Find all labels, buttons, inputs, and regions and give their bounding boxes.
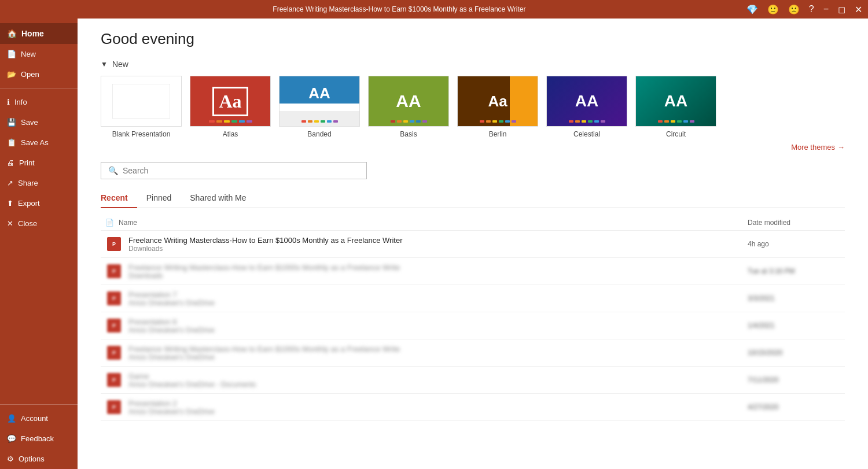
file-path: Amos Onwukwe's OneDrive (128, 299, 748, 307)
file-row[interactable]: PPresentation 2Amos Onwukwe's OneDrive4/… (101, 394, 845, 421)
template-atlas[interactable]: Aa Atlas (190, 76, 271, 138)
file-tabs: Recent Pinned Shared with Me (101, 189, 845, 208)
template-name-circuit: Circuit (666, 130, 686, 138)
file-date: 7/11/2020 (748, 376, 840, 384)
close-icon[interactable]: ✕ (855, 4, 862, 15)
template-banded[interactable]: AA Banded (279, 76, 360, 138)
file-header-icon: 📄 (105, 219, 114, 227)
sidebar-item-feedback[interactable]: 💬 Feedback (0, 429, 78, 449)
file-info: Presentation 7Amos Onwukwe's OneDrive (128, 290, 748, 307)
help-icon[interactable]: ? (809, 4, 814, 14)
file-name: Presentation 6 (128, 317, 748, 326)
col-date-label: Date modified (748, 219, 840, 227)
emoji-icon[interactable]: 💎 (746, 4, 758, 15)
file-icon: P (105, 398, 123, 416)
file-row[interactable]: PFreelance Writing Masterclass-How to Ea… (101, 258, 845, 285)
sidebar-item-info[interactable]: ℹ Info (0, 92, 78, 112)
file-icon: P (105, 263, 123, 280)
file-icon: P (105, 344, 123, 361)
template-berlin[interactable]: Aa Berlin (457, 76, 538, 138)
chevron-down-icon: ▼ (101, 60, 108, 68)
options-icon: ⚙ (7, 455, 14, 463)
file-date: 4/27/2020 (748, 403, 840, 411)
file-row[interactable]: PPresentation 6Amos Onwukwe's OneDrive1/… (101, 312, 845, 339)
sad-icon[interactable]: 🙁 (788, 4, 800, 15)
file-name: Freelance Writing Masterclass-How to Ear… (128, 263, 748, 272)
file-name: Presentation 2 (128, 399, 748, 408)
file-path: Amos Onwukwe's OneDrive (128, 408, 748, 416)
title-bar: Freelance Writing Masterclass-How to Ear… (0, 0, 868, 19)
file-path: Amos Onwukwe's OneDrive (128, 326, 748, 334)
sidebar-divider-1 (0, 88, 78, 88)
template-thumbnail-celestial: AA (546, 76, 627, 127)
sidebar-item-export[interactable]: ⬆ Export (0, 193, 78, 213)
sidebar-item-account[interactable]: 👤 Account (0, 408, 78, 429)
template-circuit[interactable]: AA Circuit (635, 76, 716, 138)
file-date: 1/4/2021 (748, 322, 840, 330)
template-basis[interactable]: AA Basis (368, 76, 449, 138)
more-themes-row: More themes → (101, 143, 845, 152)
search-container: 🔍 (101, 162, 845, 179)
more-themes-label: More themes (791, 143, 835, 152)
restore-icon[interactable]: ◻ (838, 4, 845, 15)
share-icon: ↗ (7, 179, 13, 187)
info-icon: ℹ (7, 98, 10, 106)
file-info: Presentation 6Amos Onwukwe's OneDrive (128, 317, 748, 334)
sidebar-item-options[interactable]: ⚙ Options (0, 449, 78, 469)
tab-recent[interactable]: Recent (101, 189, 137, 208)
search-icon: 🔍 (108, 166, 118, 175)
template-celestial[interactable]: AA Celestial (546, 76, 627, 138)
account-icon: 👤 (7, 414, 16, 423)
sidebar-item-open[interactable]: 📂 Open (0, 64, 78, 84)
file-name: Presentation 7 (128, 290, 748, 299)
file-info: GameAmos Onwukwe's OneDrive - Documents (128, 372, 748, 389)
sidebar-bottom: 👤 Account 💬 Feedback ⚙ Options (0, 401, 78, 469)
greeting: Good evening (101, 30, 845, 48)
title-bar-title: Freelance Writing Masterclass-How to Ear… (52, 5, 746, 13)
search-input[interactable] (123, 166, 359, 175)
sidebar-item-new[interactable]: 📄 New (0, 44, 78, 64)
file-path: Amos Onwukwe's OneDrive - Documents (128, 381, 748, 389)
new-section-header[interactable]: ▼ New (101, 60, 845, 69)
sidebar-item-save-as[interactable]: 📋 Save As (0, 132, 78, 153)
ppt-icon: P (107, 264, 121, 278)
more-themes-link[interactable]: More themes → (791, 143, 845, 152)
file-row[interactable]: PGameAmos Onwukwe's OneDrive - Documents… (101, 367, 845, 394)
print-icon: 🖨 (7, 158, 14, 167)
close-doc-icon: ✕ (7, 219, 13, 228)
file-row[interactable]: PFreelance Writing Masterclass-How to Ea… (101, 339, 845, 367)
folder-icon: 📂 (7, 70, 16, 79)
sidebar: 🏠 Home 📄 New 📂 Open ℹ Info 💾 Save 📋 Save… (0, 19, 78, 469)
file-date: 10/15/2020 (748, 349, 840, 357)
ppt-icon: P (107, 346, 121, 360)
template-name-atlas: Atlas (223, 130, 238, 138)
file-date: 4h ago (748, 240, 840, 248)
tab-shared[interactable]: Shared with Me (181, 189, 255, 208)
ppt-icon: P (107, 373, 121, 387)
file-icon: P (105, 371, 123, 389)
file-list-header: 📄 Name Date modified (101, 215, 845, 231)
sidebar-item-close[interactable]: ✕ Close (0, 213, 78, 234)
file-path: Amos Onwukwe's OneDrive (128, 353, 748, 361)
title-bar-controls: 💎 🙂 🙁 ? − ◻ ✕ (746, 4, 862, 15)
main-content: Good evening ▼ New Blank Presentation Aa (78, 19, 868, 469)
template-name-berlin: Berlin (489, 130, 507, 138)
file-info: Presentation 2Amos Onwukwe's OneDrive (128, 399, 748, 416)
minimize-icon[interactable]: − (823, 4, 829, 14)
tab-pinned[interactable]: Pinned (137, 189, 181, 208)
home-icon: 🏠 (7, 29, 17, 38)
sidebar-item-save[interactable]: 💾 Save (0, 112, 78, 132)
smiley-icon[interactable]: 🙂 (767, 4, 779, 15)
sidebar-item-share[interactable]: ↗ Share (0, 173, 78, 193)
template-name-celestial: Celestial (573, 130, 600, 138)
sidebar-item-home[interactable]: 🏠 Home (0, 23, 78, 44)
arrow-right-icon: → (837, 143, 845, 152)
file-row[interactable]: PFreelance Writing Masterclass-How to Ea… (101, 231, 845, 258)
template-name-basis: Basis (400, 130, 417, 138)
template-blank[interactable]: Blank Presentation (101, 76, 182, 138)
ppt-icon: P (107, 400, 121, 414)
file-date: Tue at 3:16 PM (748, 267, 840, 275)
file-row[interactable]: PPresentation 7Amos Onwukwe's OneDrive3/… (101, 285, 845, 312)
save-as-icon: 📋 (7, 138, 16, 147)
sidebar-item-print[interactable]: 🖨 Print (0, 153, 78, 173)
